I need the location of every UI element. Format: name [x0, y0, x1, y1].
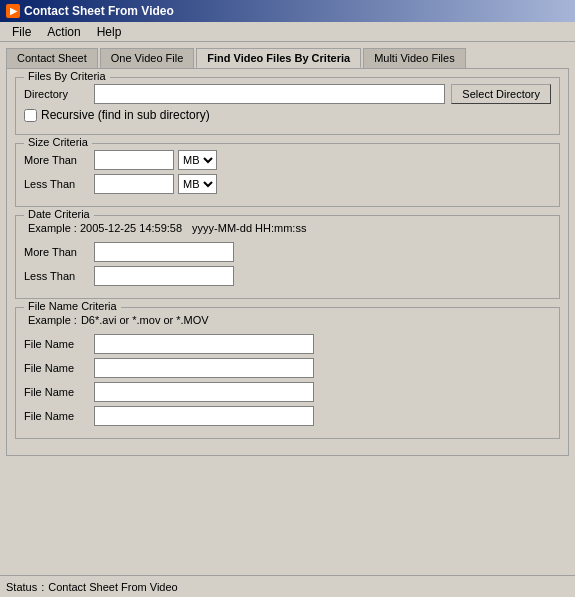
- size-criteria-title: Size Criteria: [24, 136, 92, 148]
- recursive-checkbox[interactable]: [24, 109, 37, 122]
- date-more-than-input[interactable]: [94, 242, 234, 262]
- title-bar: ▶ Contact Sheet From Video: [0, 0, 575, 22]
- filename-label-3: File Name: [24, 386, 94, 398]
- date-more-than-label: More Than: [24, 246, 94, 258]
- filename-row-1: File Name: [24, 334, 551, 354]
- status-label: Status: [6, 581, 37, 593]
- tabs-container: Contact Sheet One Video File Find Video …: [6, 48, 569, 68]
- directory-label: Directory: [24, 88, 94, 100]
- filename-row-3: File Name: [24, 382, 551, 402]
- size-less-than-row: Less Than MB KB GB: [24, 174, 551, 194]
- menu-help[interactable]: Help: [89, 23, 130, 41]
- tab-one-video-file[interactable]: One Video File: [100, 48, 195, 68]
- filename-criteria-title: File Name Criteria: [24, 300, 121, 312]
- status-text: Contact Sheet From Video: [48, 581, 177, 593]
- filename-example-row: Example : D6*.avi or *.mov or *.MOV: [24, 314, 551, 330]
- tab-find-video-files[interactable]: Find Video Files By Criteria: [196, 48, 361, 68]
- size-less-than-unit-select[interactable]: MB KB GB: [178, 174, 217, 194]
- filename-input-2[interactable]: [94, 358, 314, 378]
- title-bar-text: Contact Sheet From Video: [24, 4, 174, 18]
- panel: Files By Criteria Directory Select Direc…: [6, 68, 569, 456]
- filename-criteria-group: File Name Criteria Example : D6*.avi or …: [15, 307, 560, 439]
- size-more-than-label: More Than: [24, 154, 94, 166]
- recursive-label: Recursive (find in sub directory): [41, 108, 210, 122]
- tab-multi-video-files[interactable]: Multi Video Files: [363, 48, 466, 68]
- recursive-row: Recursive (find in sub directory): [24, 108, 551, 122]
- filename-example-value: D6*.avi or *.mov or *.MOV: [81, 314, 209, 326]
- size-criteria-group: Size Criteria More Than MB KB GB Less Th…: [15, 143, 560, 207]
- filename-input-4[interactable]: [94, 406, 314, 426]
- date-example-row: Example : 2005-12-25 14:59:58 yyyy-MM-dd…: [24, 222, 551, 238]
- app-icon: ▶: [6, 4, 20, 18]
- filename-example-label: Example :: [28, 314, 77, 326]
- date-more-than-row: More Than: [24, 242, 551, 262]
- filename-label-4: File Name: [24, 410, 94, 422]
- select-directory-button[interactable]: Select Directory: [451, 84, 551, 104]
- tab-contact-sheet[interactable]: Contact Sheet: [6, 48, 98, 68]
- directory-row: Directory Select Directory: [24, 84, 551, 104]
- menu-action[interactable]: Action: [39, 23, 88, 41]
- size-more-than-input[interactable]: [94, 150, 174, 170]
- filename-label-1: File Name: [24, 338, 94, 350]
- date-less-than-row: Less Than: [24, 266, 551, 286]
- filename-row-4: File Name: [24, 406, 551, 426]
- date-less-than-input[interactable]: [94, 266, 234, 286]
- date-criteria-group: Date Criteria Example : 2005-12-25 14:59…: [15, 215, 560, 299]
- date-less-than-label: Less Than: [24, 270, 94, 282]
- filename-label-2: File Name: [24, 362, 94, 374]
- date-format-text: yyyy-MM-dd HH:mm:ss: [192, 222, 306, 234]
- menu-bar: File Action Help: [0, 22, 575, 42]
- directory-input[interactable]: [94, 84, 445, 104]
- status-bar: Status : Contact Sheet From Video: [0, 575, 575, 597]
- files-by-criteria-group: Files By Criteria Directory Select Direc…: [15, 77, 560, 135]
- filename-input-1[interactable]: [94, 334, 314, 354]
- menu-file[interactable]: File: [4, 23, 39, 41]
- filename-row-2: File Name: [24, 358, 551, 378]
- size-less-than-input[interactable]: [94, 174, 174, 194]
- files-by-criteria-title: Files By Criteria: [24, 70, 110, 82]
- date-example-text: Example : 2005-12-25 14:59:58: [28, 222, 182, 234]
- size-less-than-label: Less Than: [24, 178, 94, 190]
- main-content: Contact Sheet One Video File Find Video …: [0, 42, 575, 575]
- size-more-than-unit-select[interactable]: MB KB GB: [178, 150, 217, 170]
- date-criteria-title: Date Criteria: [24, 208, 94, 220]
- filename-input-3[interactable]: [94, 382, 314, 402]
- size-more-than-row: More Than MB KB GB: [24, 150, 551, 170]
- status-separator: :: [41, 581, 44, 593]
